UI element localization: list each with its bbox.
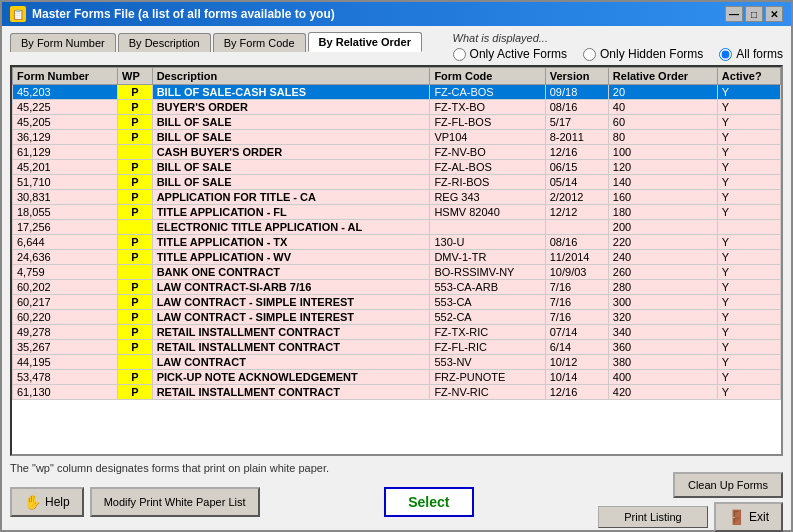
table-cell: PICK-UP NOTE ACKNOWLEDGEMENT — [152, 370, 430, 385]
table-row[interactable]: 30,831PAPPLICATION FOR TITLE - CAREG 343… — [13, 190, 781, 205]
radio-hidden-forms[interactable]: Only Hidden Forms — [583, 47, 703, 61]
tab-by-description[interactable]: By Description — [118, 33, 211, 52]
table-row[interactable]: 49,278PRETAIL INSTALLMENT CONTRACTFZ-TX-… — [13, 325, 781, 340]
table-cell: 18,055 — [13, 205, 118, 220]
table-cell: 51,710 — [13, 175, 118, 190]
table-cell: P — [118, 310, 153, 325]
table-row[interactable]: 4,759BANK ONE CONTRACTBO-RSSIMV-NY10/9/0… — [13, 265, 781, 280]
table-row[interactable]: 45,205PBILL OF SALEFZ-FL-BOS5/1760Y — [13, 115, 781, 130]
table-cell — [430, 220, 545, 235]
table-row[interactable]: 51,710PBILL OF SALEFZ-RI-BOS05/14140Y — [13, 175, 781, 190]
table-cell: 553-CA-ARB — [430, 280, 545, 295]
table-cell: P — [118, 175, 153, 190]
table-cell: Y — [717, 100, 780, 115]
table-cell: 61,130 — [13, 385, 118, 400]
radio-all-forms[interactable]: All forms — [719, 47, 783, 61]
help-button[interactable]: ✋ Help — [10, 487, 84, 517]
table-cell: Y — [717, 340, 780, 355]
table-row[interactable]: 24,636PTITLE APPLICATION - WVDMV-1-TR11/… — [13, 250, 781, 265]
table-cell: 06/15 — [545, 160, 608, 175]
table-row[interactable]: 60,217PLAW CONTRACT - SIMPLE INTEREST553… — [13, 295, 781, 310]
maximize-button[interactable]: □ — [745, 6, 763, 22]
radio-hidden-input[interactable] — [583, 48, 596, 61]
table-cell — [118, 220, 153, 235]
table-cell: 180 — [608, 205, 717, 220]
table-row[interactable]: 18,055PTITLE APPLICATION - FLHSMV 820401… — [13, 205, 781, 220]
radio-active-input[interactable] — [453, 48, 466, 61]
radio-active-forms[interactable]: Only Active Forms — [453, 47, 567, 61]
table-cell: BILL OF SALE — [152, 160, 430, 175]
table-cell: 05/14 — [545, 175, 608, 190]
table-cell: 100 — [608, 145, 717, 160]
table-row[interactable]: 53,478PPICK-UP NOTE ACKNOWLEDGEMENTFRZ-P… — [13, 370, 781, 385]
table-cell: HSMV 82040 — [430, 205, 545, 220]
table-cell: Y — [717, 355, 780, 370]
table-row[interactable]: 60,202PLAW CONTRACT-SI-ARB 7/16553-CA-AR… — [13, 280, 781, 295]
table-cell: BANK ONE CONTRACT — [152, 265, 430, 280]
table-cell: BILL OF SALE — [152, 130, 430, 145]
table-cell: FZ-RI-BOS — [430, 175, 545, 190]
table-row[interactable]: 35,267PRETAIL INSTALLMENT CONTRACTFZ-FL-… — [13, 340, 781, 355]
table-cell: 6/14 — [545, 340, 608, 355]
table-cell: FZ-NV-BO — [430, 145, 545, 160]
table-cell: Y — [717, 145, 780, 160]
table-cell: 09/18 — [545, 85, 608, 100]
table-cell: DMV-1-TR — [430, 250, 545, 265]
table-cell — [717, 220, 780, 235]
table-cell: 45,203 — [13, 85, 118, 100]
print-listing-button[interactable]: Print Listing — [598, 506, 708, 528]
table-row[interactable]: 6,644PTITLE APPLICATION - TX130-U08/1622… — [13, 235, 781, 250]
table-cell: BILL OF SALE — [152, 115, 430, 130]
modify-button[interactable]: Modify Print White Paper List — [90, 487, 260, 517]
table-row[interactable]: 45,201PBILL OF SALEFZ-AL-BOS06/15120Y — [13, 160, 781, 175]
table-row[interactable]: 45,225PBUYER'S ORDERFZ-TX-BO08/1640Y — [13, 100, 781, 115]
table-cell: 420 — [608, 385, 717, 400]
table-row[interactable]: 60,220PLAW CONTRACT - SIMPLE INTEREST552… — [13, 310, 781, 325]
table-cell: 24,636 — [13, 250, 118, 265]
table-cell: P — [118, 325, 153, 340]
table-cell: Y — [717, 310, 780, 325]
table-cell: Y — [717, 250, 780, 265]
col-active: Active? — [717, 68, 780, 85]
table-cell: P — [118, 295, 153, 310]
table-cell: P — [118, 160, 153, 175]
radio-all-input[interactable] — [719, 48, 732, 61]
table-cell — [118, 145, 153, 160]
table-row[interactable]: 17,256ELECTRONIC TITLE APPLICATION - AL2… — [13, 220, 781, 235]
tabs-area: By Form Number By Description By Form Co… — [10, 32, 424, 52]
table-cell: P — [118, 250, 153, 265]
table-row[interactable]: 61,129CASH BUYER'S ORDERFZ-NV-BO12/16100… — [13, 145, 781, 160]
table-cell: 4,759 — [13, 265, 118, 280]
close-button[interactable]: ✕ — [765, 6, 783, 22]
exit-button[interactable]: 🚪 Exit — [714, 502, 783, 532]
table-cell: RETAIL INSTALLMENT CONTRACT — [152, 325, 430, 340]
table-cell: LAW CONTRACT - SIMPLE INTEREST — [152, 310, 430, 325]
table-row[interactable]: 61,130PRETAIL INSTALLMENT CONTRACTFZ-NV-… — [13, 385, 781, 400]
table-row[interactable]: 44,195LAW CONTRACT553-NV10/12380Y — [13, 355, 781, 370]
table-cell: FRZ-PUNOTE — [430, 370, 545, 385]
table-cell: 45,205 — [13, 115, 118, 130]
minimize-button[interactable]: — — [725, 6, 743, 22]
table-cell: 10/14 — [545, 370, 608, 385]
table-cell: ELECTRONIC TITLE APPLICATION - AL — [152, 220, 430, 235]
cleanup-button[interactable]: Clean Up Forms — [673, 472, 783, 498]
forms-table-container[interactable]: Form Number WP Description Form Code Ver… — [10, 65, 783, 456]
table-cell: 2/2012 — [545, 190, 608, 205]
tab-by-form-code[interactable]: By Form Code — [213, 33, 306, 52]
table-cell: Y — [717, 85, 780, 100]
tab-by-relative-order[interactable]: By Relative Order — [308, 32, 422, 52]
table-row[interactable]: 36,129PBILL OF SALEVP1048-201180Y — [13, 130, 781, 145]
title-bar-controls: — □ ✕ — [725, 6, 783, 22]
table-cell: 44,195 — [13, 355, 118, 370]
table-row[interactable]: 45,203PBILL OF SALE-CASH SALESFZ-CA-BOS0… — [13, 85, 781, 100]
title-bar-left: 📋 Master Forms File (a list of all forms… — [10, 6, 335, 22]
table-cell: BILL OF SALE — [152, 175, 430, 190]
select-area: Select — [384, 487, 474, 517]
select-button[interactable]: Select — [384, 487, 474, 517]
radio-active-label: Only Active Forms — [470, 47, 567, 61]
table-cell: Y — [717, 325, 780, 340]
table-cell: FZ-AL-BOS — [430, 160, 545, 175]
table-cell: FZ-FL-BOS — [430, 115, 545, 130]
table-cell: P — [118, 205, 153, 220]
tab-by-form-number[interactable]: By Form Number — [10, 33, 116, 52]
